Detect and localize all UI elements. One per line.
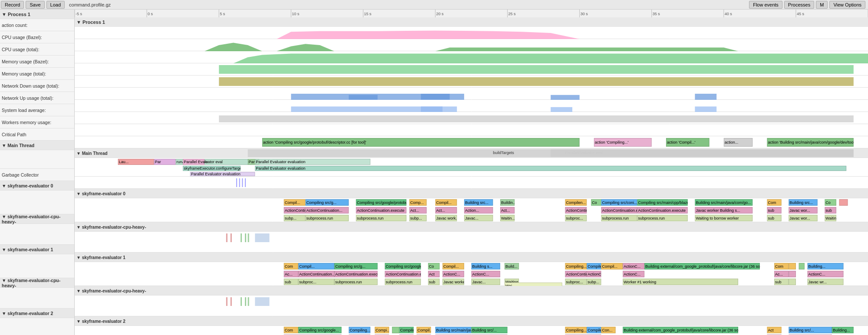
row-main-thread-sub xyxy=(0,150,74,169)
row-cpu-bazel: CPU usage (Bazel): xyxy=(0,31,74,43)
row-se-cpu1[interactable]: ▼ skyframe-evaluator-cpu-heavy- xyxy=(0,278,74,288)
row-action-count: action count: xyxy=(0,19,74,31)
row-main-thread[interactable]: ▼ Main Thread xyxy=(0,141,74,150)
row-gc: Garbage Collector xyxy=(0,169,74,181)
row-se1[interactable]: ▼ skyframe-evaluator 1 xyxy=(0,245,74,254)
row-net-up: Network Up usage (total): xyxy=(0,92,74,104)
load-button[interactable]: Load xyxy=(46,1,65,9)
timeline-ruler xyxy=(75,10,868,17)
row-se0-sub xyxy=(0,190,74,214)
process-title[interactable]: ▼ Process 1 xyxy=(0,10,74,19)
row-net-down: Network Down usage (total): xyxy=(0,80,74,92)
left-panel: ▼ Process 1 action count: CPU usage (Baz… xyxy=(0,10,75,335)
save-button[interactable]: Save xyxy=(26,1,44,9)
row-se-cpu0-sub xyxy=(0,224,74,245)
flow-events-button[interactable]: Flow events xyxy=(749,1,782,9)
row-sysload: System load average: xyxy=(0,104,74,116)
row-se1-sub xyxy=(0,254,74,278)
processes-button[interactable]: Processes xyxy=(784,1,814,9)
row-workers-mem: Workers memory usage: xyxy=(0,116,74,128)
row-se0[interactable]: ▼ skyframe-evaluator 0 xyxy=(0,181,74,190)
row-se-cpu0[interactable]: ▼ skyframe-evaluator-cpu-heavy- xyxy=(0,214,74,224)
row-se-cpu1-sub xyxy=(0,288,74,309)
right-panel xyxy=(75,10,868,335)
row-mem-total: Memory usage (total): xyxy=(0,68,74,80)
m-button[interactable]: M xyxy=(816,1,828,9)
filename-label: command.profile.gz xyxy=(69,2,748,7)
row-se2-sub xyxy=(0,318,74,335)
view-options-button[interactable]: View Options xyxy=(829,1,865,9)
row-critical-path: Critical Path xyxy=(0,128,74,141)
row-se2[interactable]: ▼ skyframe-evaluator 2 xyxy=(0,309,74,318)
record-button[interactable]: Record xyxy=(1,1,24,9)
row-mem-bazel: Memory usage (Bazel): xyxy=(0,56,74,68)
row-cpu-total: CPU usage (total): xyxy=(0,43,74,56)
